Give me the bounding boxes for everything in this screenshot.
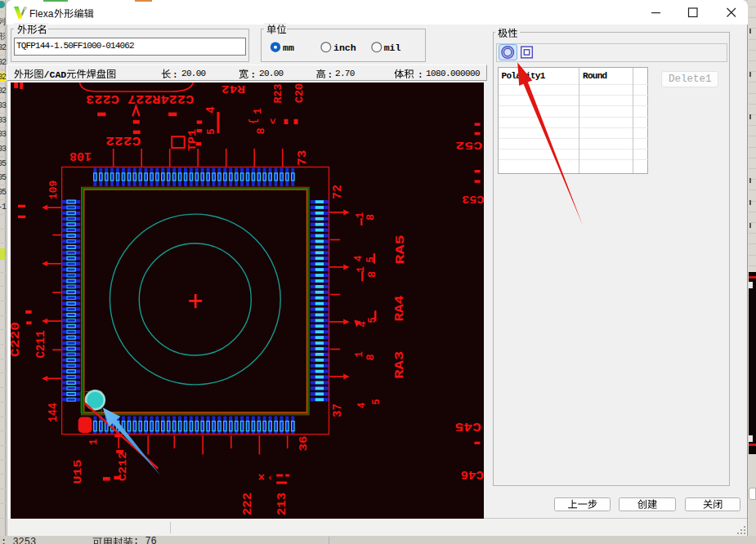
svg-text:‹: ‹	[267, 473, 273, 483]
svg-text:U15: U15	[71, 459, 83, 484]
svg-text:C211: C211	[34, 330, 47, 358]
svg-text:109: 109	[47, 181, 60, 199]
svg-text:1: 1	[354, 351, 365, 357]
svg-text:C52: C52	[455, 139, 482, 151]
svg-text:213: 213	[275, 493, 289, 515]
svg-text:8: 8	[255, 127, 267, 134]
svg-text:C46: C46	[460, 468, 483, 481]
svg-text:8: 8	[365, 354, 377, 360]
svg-text:144: 144	[47, 403, 60, 422]
svg-text:4: 4	[356, 403, 367, 408]
svg-text:4: 4	[353, 256, 365, 261]
svg-text:36: 36	[297, 435, 309, 451]
svg-text:5: 5	[365, 256, 377, 262]
svg-text:RA5: RA5	[394, 235, 408, 265]
svg-text:C222: C222	[105, 133, 141, 148]
svg-text:37: 37	[331, 404, 344, 417]
svg-text:1: 1	[87, 439, 100, 445]
svg-text:R42: R42	[221, 82, 245, 95]
svg-text:C45: C45	[454, 420, 481, 433]
svg-text:C220: C220	[11, 322, 22, 357]
svg-text:72: 72	[331, 185, 344, 199]
svg-text:1: 1	[355, 266, 366, 272]
svg-text:RA3: RA3	[393, 351, 407, 379]
svg-text:1: 1	[251, 108, 263, 114]
svg-text:4: 4	[204, 106, 217, 113]
svg-text:RA4: RA4	[393, 296, 407, 322]
svg-text:×: ×	[257, 471, 264, 484]
svg-text:108: 108	[69, 149, 92, 163]
svg-text:{: {	[247, 118, 258, 124]
svg-text:8: 8	[365, 271, 378, 278]
svg-text:5: 5	[366, 317, 378, 323]
svg-text:73: 73	[296, 150, 309, 166]
svg-text:5: 5	[204, 128, 217, 135]
svg-text:<: <	[268, 118, 280, 124]
svg-text:C20: C20	[293, 83, 306, 103]
svg-text:222: 222	[241, 493, 255, 515]
svg-text:R23: R23	[271, 83, 284, 103]
svg-text:8: 8	[365, 214, 377, 221]
svg-text:C224R227 C223: C224R227 C223	[86, 91, 194, 106]
svg-text:C53: C53	[462, 193, 484, 205]
svg-text:5: 5	[371, 399, 382, 404]
